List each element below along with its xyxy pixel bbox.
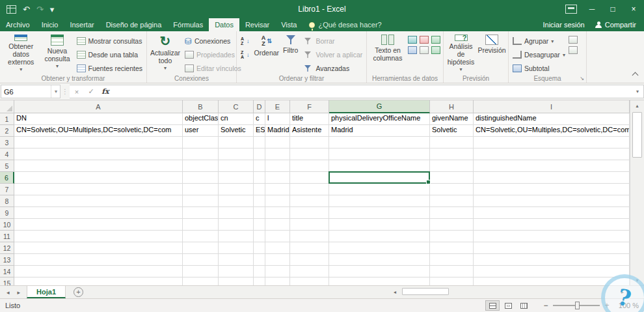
cell-H11[interactable] [430, 231, 474, 242]
tab-datos[interactable]: Datos [209, 18, 239, 31]
cell-E15[interactable] [265, 277, 290, 285]
cell-A7[interactable] [14, 184, 183, 195]
tell-me-box[interactable]: ¿Qué desea hacer? [302, 18, 388, 31]
cell-D6[interactable] [254, 172, 265, 184]
tab-diseno-de-pagina[interactable]: Diseño de página [100, 18, 168, 31]
row-header-1[interactable]: 1 [0, 113, 14, 125]
flash-fill-icon[interactable] [408, 36, 417, 44]
tab-formulas[interactable]: Fórmulas [167, 18, 209, 31]
connections-button[interactable]: ⛁ Conexiones [183, 35, 243, 48]
show-queries-button[interactable]: Mostrar consultas [75, 35, 144, 48]
cell-G5[interactable] [329, 160, 430, 172]
cell-I15[interactable] [474, 277, 630, 285]
row-header-4[interactable]: 4 [0, 149, 14, 160]
column-header-H[interactable]: H [430, 100, 474, 113]
cell-I1[interactable]: distinguishedName [474, 113, 630, 125]
share-button[interactable]: Compartir [595, 21, 636, 29]
cell-F9[interactable] [290, 207, 329, 219]
select-all-corner[interactable] [0, 100, 14, 113]
outline-dialog-launcher-icon[interactable]: ↘ [580, 76, 584, 81]
row-header-10[interactable]: 10 [0, 219, 14, 231]
group-button[interactable]: Agrupar ▾ [511, 35, 567, 48]
cell-H2[interactable]: Solvetic [430, 125, 474, 137]
tab-vista[interactable]: Vista [275, 18, 302, 31]
tab-revisar[interactable]: Revisar [239, 18, 275, 31]
cell-I6[interactable] [474, 172, 630, 184]
expand-formula-bar-icon[interactable]: ▾ [632, 89, 643, 94]
hide-detail-icon[interactable] [569, 46, 578, 54]
cell-A8[interactable] [14, 195, 183, 207]
cell-I9[interactable] [474, 207, 630, 219]
cell-A10[interactable] [14, 219, 183, 231]
zoom-in-icon[interactable]: + [604, 301, 610, 310]
cell-B2[interactable]: user [183, 125, 219, 137]
cell-F13[interactable] [290, 254, 329, 266]
next-sheet-icon[interactable]: ▸ [18, 289, 21, 296]
cell-I8[interactable] [474, 195, 630, 207]
cell-H9[interactable] [430, 207, 474, 219]
cell-D7[interactable] [254, 184, 265, 195]
cell-I12[interactable] [474, 242, 630, 254]
cell-H12[interactable] [430, 242, 474, 254]
cell-B11[interactable] [183, 231, 219, 242]
row-header-2[interactable]: 2 [0, 125, 14, 137]
row-header-15[interactable]: 15 [0, 277, 14, 285]
cell-D8[interactable] [254, 195, 265, 207]
cell-G2[interactable]: Madrid [329, 125, 430, 137]
cell-D11[interactable] [254, 231, 265, 242]
cell-A12[interactable] [14, 242, 183, 254]
cell-F8[interactable] [290, 195, 329, 207]
cell-A6[interactable] [14, 172, 183, 184]
cell-C11[interactable] [219, 231, 254, 242]
cell-B13[interactable] [183, 254, 219, 266]
name-box-caret-icon[interactable]: ▾ [51, 85, 57, 98]
cell-A11[interactable] [14, 231, 183, 242]
cell-H8[interactable] [430, 195, 474, 207]
relationships-icon[interactable] [420, 46, 429, 54]
cell-H1[interactable]: givenName [430, 113, 474, 125]
cell-D2[interactable]: ES [254, 125, 265, 137]
column-header-A[interactable]: A [14, 100, 183, 113]
cell-F3[interactable] [290, 137, 329, 149]
minimize-button[interactable]: ─ [582, 0, 602, 18]
sort-ascending-button[interactable]: AZ ↓ [239, 35, 252, 48]
cell-E5[interactable] [265, 160, 290, 172]
forecast-sheet-button[interactable]: Previsión [477, 33, 506, 74]
sort-button[interactable]: AZ ⇅ Ordenar [253, 33, 281, 74]
cell-B4[interactable] [183, 149, 219, 160]
cell-B9[interactable] [183, 207, 219, 219]
horizontal-scroll-thumb[interactable] [402, 288, 449, 295]
cell-F12[interactable] [290, 242, 329, 254]
cell-G6[interactable] [329, 172, 430, 184]
data-validation-icon[interactable] [431, 36, 440, 44]
cell-G12[interactable] [329, 242, 430, 254]
cell-G13[interactable] [329, 254, 430, 266]
cancel-formula-icon[interactable]: × [70, 88, 84, 96]
ribbon-display-options-button[interactable] [561, 0, 582, 18]
row-header-5[interactable]: 5 [0, 160, 14, 172]
refresh-all-button[interactable]: ↻ Actualizar todo ▾ [149, 33, 181, 74]
cell-A5[interactable] [14, 160, 183, 172]
cell-B12[interactable] [183, 242, 219, 254]
cell-G3[interactable] [329, 137, 430, 149]
cell-A1[interactable]: DN [14, 113, 183, 125]
enter-formula-icon[interactable]: ✓ [84, 87, 98, 96]
cell-B7[interactable] [183, 184, 219, 195]
page-layout-view-button[interactable] [501, 300, 515, 311]
recent-sources-button[interactable]: Fuentes recientes [75, 62, 144, 75]
from-table-button[interactable]: Desde una tabla [75, 48, 144, 61]
cell-E11[interactable] [265, 231, 290, 242]
excel-app-icon[interactable] [7, 5, 16, 14]
cell-C15[interactable] [219, 277, 254, 285]
tab-inicio[interactable]: Inicio [36, 18, 64, 31]
cell-D9[interactable] [254, 207, 265, 219]
manage-data-model-icon[interactable] [431, 46, 440, 54]
cell-F11[interactable] [290, 231, 329, 242]
ungroup-button[interactable]: Desagrupar ▾ [511, 48, 567, 61]
normal-view-button[interactable] [485, 300, 500, 311]
row-header-14[interactable]: 14 [0, 266, 14, 277]
restore-button[interactable]: □ [602, 0, 623, 18]
cell-C1[interactable]: cn [219, 113, 254, 125]
new-query-button[interactable]: Nueva consulta ▾ [41, 33, 73, 74]
column-header-D[interactable]: D [254, 100, 265, 113]
